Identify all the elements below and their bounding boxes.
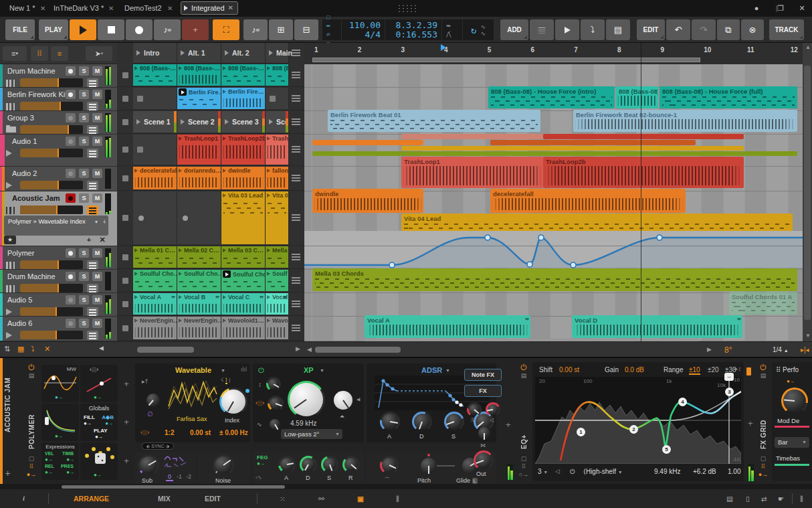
- tab-project-2[interactable]: InTheDark V3 *: [54, 0, 104, 17]
- add-device-button[interactable]: +: [5, 468, 10, 479]
- tab-project-3[interactable]: DemoTest2: [124, 0, 162, 17]
- clip-vita-03-lead[interactable]: Vita 03 Lead: [221, 191, 266, 244]
- preset-folder-icon[interactable]: ▤: [521, 371, 527, 379]
- osc-ratio[interactable]: 1:2: [165, 429, 174, 436]
- power-icon[interactable]: ⏻: [520, 363, 527, 371]
- clip-808-bass-[interactable]: 808 (Bass-…: [221, 64, 266, 86]
- keys-icon[interactable]: ‹𝄙›: [140, 429, 149, 436]
- device-name[interactable]: POLYMER: [28, 385, 35, 449]
- oscillator-type[interactable]: Wavetable: [175, 366, 211, 374]
- clip-mella-02-c-[interactable]: Mella 02 C…: [177, 246, 221, 268]
- band-count[interactable]: 3 ▼: [538, 468, 548, 475]
- mix-knob[interactable]: [476, 425, 492, 441]
- cutoff-knob[interactable]: [288, 381, 325, 418]
- clip-vocal-a[interactable]: Vocal A▾▾: [133, 293, 177, 315]
- power-icon[interactable]: ⏻: [28, 363, 35, 371]
- arr-clip-deceleratefall[interactable]: deceleratefall: [490, 189, 686, 213]
- device-name[interactable]: FX GRID: [760, 385, 767, 449]
- undo-icon[interactable]: ↶: [666, 19, 690, 40]
- osc-detune-hz[interactable]: ± 0.00 Hz: [219, 429, 248, 436]
- onscreen-keyboard-icon[interactable]: ⫼: [800, 495, 803, 503]
- mute-button[interactable]: M: [92, 193, 102, 203]
- shape-knob[interactable]: [144, 392, 162, 409]
- scroll-right-icon[interactable]: ▶: [296, 345, 300, 352]
- shift-value[interactable]: 0.00 st: [559, 366, 579, 373]
- track-row-audio-5[interactable]: Audio 5SM: [0, 293, 117, 317]
- position-time[interactable]: 0:16.553: [389, 30, 437, 39]
- position-display[interactable]: 8.3.2.39 0:16.553: [385, 19, 441, 40]
- automation-curve[interactable]: [304, 231, 803, 268]
- band-gain[interactable]: +6.2 dB: [693, 468, 716, 475]
- arm-button[interactable]: [66, 169, 76, 178]
- clip-808-bass-[interactable]: 808 (Bass-…: [133, 64, 177, 86]
- solo-button[interactable]: S: [79, 113, 89, 122]
- volume-slider[interactable]: [20, 181, 83, 189]
- adapt-icons[interactable]: ⏶↕: [733, 365, 741, 373]
- controller-button[interactable]: ⛶: [213, 19, 239, 40]
- info-icon[interactable]: i: [23, 495, 25, 502]
- track-menu-button[interactable]: [87, 102, 98, 111]
- solo-button[interactable]: S: [79, 66, 89, 76]
- stop-clips-button[interactable]: [122, 119, 128, 125]
- remote-controls-icon[interactable]: ▢: [29, 454, 35, 462]
- empty-clip-slot[interactable]: [133, 135, 177, 165]
- eq-band-handle-4[interactable]: 4: [678, 398, 687, 406]
- arm-button[interactable]: [66, 193, 76, 203]
- band-power-icon[interactable]: ⏻: [570, 468, 575, 476]
- track-list-menu-icon[interactable]: ≡▾: [3, 46, 27, 61]
- clip-wavo[interactable]: Wavo: [266, 317, 289, 339]
- track-row-berlin-firework-kit[interactable]: Berlin Firework KitSM: [0, 88, 117, 111]
- group-summary-strip[interactable]: [312, 140, 423, 145]
- scroll-down-icon[interactable]: ▼: [805, 333, 811, 339]
- pointer-tool-icon[interactable]: ➤▾: [86, 46, 112, 61]
- clip-808-b[interactable]: 808 (B: [266, 64, 289, 86]
- fxgrid-page[interactable]: ⠿ Perfo: [776, 366, 799, 373]
- drive-knob[interactable]: [266, 377, 281, 392]
- punch-buttons[interactable]: ⬰⋀́: [442, 19, 462, 40]
- device-panel-scrollbar[interactable]: [0, 484, 812, 489]
- group-summary-strip[interactable]: [543, 134, 744, 139]
- scroll-right-icon[interactable]: ▶: [707, 346, 712, 353]
- envelope-type-title[interactable]: ADSR: [421, 366, 442, 374]
- solo-button[interactable]: S: [79, 169, 89, 178]
- clip-trashloop2b[interactable]: TrashLoop2b: [221, 135, 266, 165]
- s-knob[interactable]: [321, 456, 338, 473]
- device-selector-dropdown[interactable]: Polymer » Wavetable Index▾⍭: [4, 216, 108, 236]
- clear-icon[interactable]: ✕: [44, 345, 50, 353]
- clip-mella-03-c-[interactable]: Mella 03 C…: [221, 246, 266, 268]
- solo-button[interactable]: S: [79, 90, 89, 99]
- track-menu-button[interactable]: [87, 149, 98, 158]
- mod-depth-knob[interactable]: [781, 388, 808, 414]
- duplicate-icon[interactable]: ⧉: [717, 19, 740, 40]
- empty-clip-slot[interactable]: [133, 88, 177, 109]
- mod-out-icon[interactable]: ●→: [257, 460, 264, 467]
- power-icon[interactable]: ⏻: [258, 366, 264, 375]
- track-name[interactable]: Berlin Firework Kit: [7, 90, 67, 98]
- device-collapse-handle[interactable]: [746, 367, 751, 375]
- add-menu-button[interactable]: ADD: [500, 19, 528, 40]
- play-mod[interactable]: PLAY: [94, 428, 108, 434]
- add-audio-track-icon[interactable]: [555, 19, 579, 40]
- track-row-acoustic-jam[interactable]: Acoustic JamSMPolymer » Wavetable Index▾…: [0, 191, 117, 246]
- link-icon[interactable]: ⚯: [318, 495, 324, 503]
- clip-soulful-cho-[interactable]: Soulful Cho…: [133, 270, 177, 291]
- snap-grid-value[interactable]: 1/4 ▲: [773, 346, 789, 353]
- fill-mode-button[interactable]: ⊞: [269, 19, 293, 40]
- a-knob[interactable]: [278, 456, 296, 473]
- add-group-track-icon[interactable]: ▤: [606, 19, 630, 40]
- loop-controls[interactable]: ↻ ∿∿: [463, 19, 494, 40]
- pitch-knob[interactable]: [419, 456, 439, 476]
- clip-dwindle[interactable]: dwindle: [221, 167, 266, 189]
- solo-button[interactable]: S: [79, 137, 89, 146]
- piano-panel-icon[interactable]: ⫼: [396, 495, 399, 503]
- empty-clip-slot[interactable]: [266, 88, 289, 109]
- polymer-device-header[interactable]: ⏻ ▤ POLYMER ▢ ⠿ ●→: [24, 363, 39, 479]
- track-menu-button[interactable]: [87, 307, 98, 317]
- launcher-view-icon[interactable]: ⠿: [31, 46, 48, 61]
- solo-button[interactable]: S: [79, 319, 89, 328]
- arranger-record-button[interactable]: ⊟: [294, 19, 318, 40]
- track-menu-button[interactable]: [87, 125, 98, 135]
- arranger-view-icon[interactable]: ≡: [51, 46, 68, 61]
- volume-slider[interactable]: [20, 78, 83, 87]
- filter-type-title[interactable]: XP: [304, 366, 314, 374]
